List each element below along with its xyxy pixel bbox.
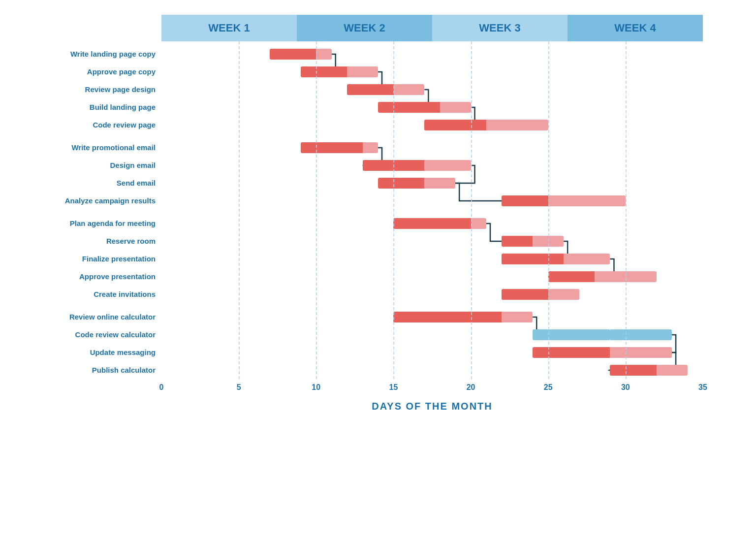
- gantt-row-6: [161, 157, 703, 174]
- x-label-0: 0: [159, 383, 164, 392]
- task-label-4: Code review page: [33, 116, 161, 134]
- gantt-row-9: [161, 215, 703, 232]
- chart-container: WEEK 1 WEEK 2 WEEK 3 WEEK 4 Write landin…: [33, 15, 723, 532]
- bar-13: [502, 289, 579, 300]
- gantt-row-11: [161, 250, 703, 268]
- task-label-6: Design email: [33, 157, 161, 174]
- week1-header: WEEK 1: [161, 15, 297, 41]
- week-headers: WEEK 1 WEEK 2 WEEK 3 WEEK 4: [161, 15, 703, 41]
- task-label-7: Send email: [33, 174, 161, 192]
- gantt-row-15: [161, 326, 703, 344]
- x-label-35: 35: [698, 383, 707, 392]
- bar-10: [502, 236, 564, 247]
- x-label-30: 30: [621, 383, 630, 392]
- gantt-row-3: [161, 98, 703, 116]
- bar-4: [424, 120, 548, 130]
- bar-8: [502, 195, 625, 206]
- week4-header: WEEK 4: [567, 15, 703, 41]
- bar-3: [378, 102, 471, 113]
- bar-11: [502, 254, 610, 264]
- task-label-9: Plan agenda for meeting: [33, 215, 161, 232]
- bar-12: [548, 271, 657, 282]
- x-label-20: 20: [467, 383, 475, 392]
- bar-14: [393, 312, 533, 322]
- task-label-15: Code review calculator: [33, 326, 161, 344]
- bar-7: [378, 178, 455, 189]
- bar-2: [347, 84, 424, 95]
- gantt-row-13: [161, 286, 703, 303]
- task-label-10: Reserve room: [33, 232, 161, 250]
- x-label-15: 15: [389, 383, 398, 392]
- bar-17: [610, 365, 687, 376]
- chart-body: Write landing page copyApprove page copy…: [33, 41, 703, 379]
- task-label-16: Update messaging: [33, 344, 161, 361]
- task-label-12: Approve presentation: [33, 268, 161, 286]
- task-label-1: Approve page copy: [33, 63, 161, 81]
- gantt-row-5: [161, 139, 703, 157]
- task-label-3: Build landing page: [33, 98, 161, 116]
- gantt-row-10: [161, 232, 703, 250]
- gantt-row-8: [161, 192, 703, 210]
- gantt-row-7: [161, 174, 703, 192]
- bar-9: [393, 218, 486, 229]
- task-label-11: Finalize presentation: [33, 250, 161, 268]
- task-label-13: Create invitations: [33, 286, 161, 303]
- bar-1: [301, 66, 378, 77]
- task-label-0: Write landing page copy: [33, 45, 161, 63]
- bar-16: [533, 347, 672, 358]
- x-axis: 05101520253035: [161, 379, 703, 394]
- task-labels: Write landing page copyApprove page copy…: [33, 41, 161, 379]
- task-label-14: Review online calculator: [33, 308, 161, 326]
- week3-header: WEEK 3: [432, 15, 567, 41]
- task-label-8: Analyze campaign results: [33, 192, 161, 210]
- task-label-5: Write promotional email: [33, 139, 161, 157]
- gantt-area: [161, 41, 703, 379]
- gantt-row-17: [161, 361, 703, 379]
- gantt-row-12: [161, 268, 703, 286]
- gantt-row-1: [161, 63, 703, 81]
- bar-0: [270, 49, 332, 60]
- x-label-25: 25: [544, 383, 553, 392]
- bar-5: [301, 142, 378, 153]
- gantt-row-14: [161, 308, 703, 326]
- x-axis-title: DAYS OF THE MONTH: [161, 394, 703, 412]
- gantt-row-2: [161, 81, 703, 98]
- task-label-17: Publish calculator: [33, 361, 161, 379]
- x-label-5: 5: [237, 383, 241, 392]
- bar-15: [533, 329, 672, 340]
- task-label-2: Review page design: [33, 81, 161, 98]
- bar-6: [363, 160, 471, 171]
- gantt-row-4: [161, 116, 703, 134]
- gantt-row-0: [161, 45, 703, 63]
- week2-header: WEEK 2: [297, 15, 432, 41]
- gantt-row-16: [161, 344, 703, 361]
- x-label-10: 10: [312, 383, 320, 392]
